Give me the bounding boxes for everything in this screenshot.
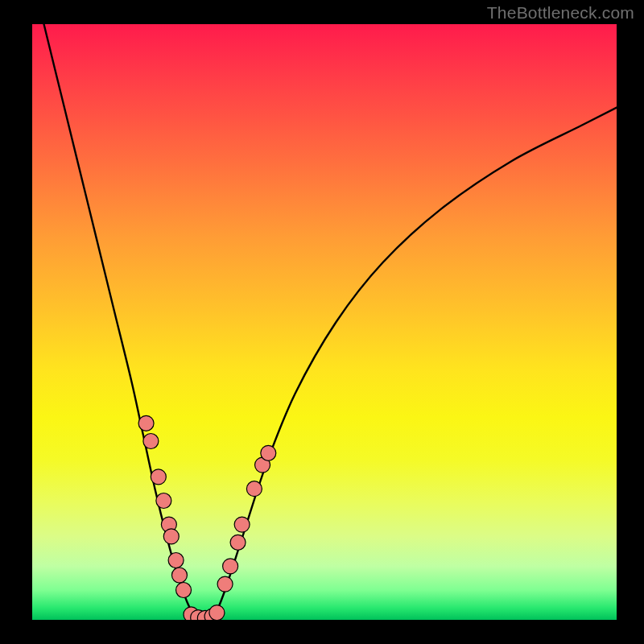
marker-point — [261, 445, 276, 460]
marker-point — [138, 415, 154, 431]
marker-point — [209, 605, 225, 620]
chart-frame: TheBottleneck.com — [0, 0, 644, 644]
watermark-text: TheBottleneck.com — [487, 3, 634, 23]
marker-point — [163, 529, 179, 544]
plot-area — [32, 24, 617, 620]
marker-point — [217, 576, 233, 592]
curve-right-curve — [213, 108, 617, 620]
marker-point — [223, 559, 238, 574]
chart-svg — [32, 24, 617, 620]
marker-point — [151, 469, 166, 485]
marker-point — [246, 481, 262, 497]
marker-point — [168, 553, 184, 568]
marker-point — [171, 568, 187, 583]
marker-point — [234, 517, 250, 532]
marker-point — [156, 493, 171, 509]
marker-layer — [138, 415, 276, 620]
marker-point — [230, 535, 246, 550]
marker-point — [176, 583, 192, 598]
marker-point — [143, 434, 159, 449]
curve-layer — [44, 24, 617, 620]
